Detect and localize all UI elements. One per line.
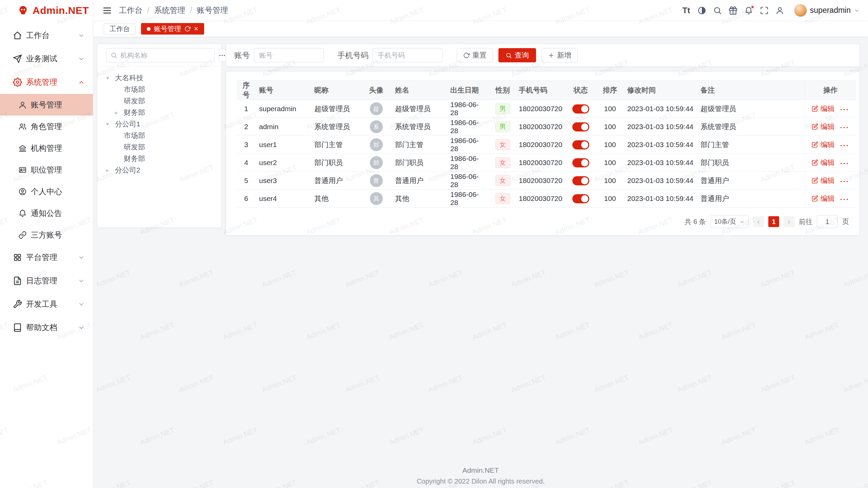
tree-node[interactable]: 研发部 [101, 95, 218, 107]
sidebar-item-personal-center[interactable]: 个人中心 [0, 181, 93, 202]
account-icon[interactable] [775, 6, 785, 15]
page-size-select[interactable]: 10条/页 [710, 215, 749, 228]
logo[interactable]: Admin.NET [0, 0, 93, 21]
sidebar-item-platform-management[interactable]: 平台管理 [0, 246, 93, 269]
edit-button[interactable]: 编辑 [812, 176, 835, 185]
chevron-down-icon [78, 32, 85, 39]
cell-gender: 女 [490, 136, 515, 154]
col-avatar: 头像 [361, 81, 392, 100]
tree-node[interactable]: ▾大名科技 [101, 72, 218, 84]
edit-button[interactable]: 编辑 [812, 158, 835, 167]
page-number-button[interactable]: 1 [768, 216, 779, 227]
more-actions-button[interactable]: ··· [840, 123, 849, 131]
filter-bar: 账号 手机号码 重置 查询 新增 [226, 44, 860, 67]
status-toggle[interactable] [572, 158, 589, 167]
edit-button[interactable]: 编辑 [812, 122, 835, 131]
sidebar-item-role-management[interactable]: 角色管理 [0, 116, 93, 137]
breadcrumb-item[interactable]: 工作台 [119, 5, 142, 16]
cell-account: user3 [256, 172, 311, 190]
cell-actions: 编辑··· [805, 190, 856, 208]
font-size-icon[interactable]: Tt [682, 6, 691, 15]
sidebar-item-help-docs[interactable]: 帮助文档 [0, 316, 93, 339]
sidebar-item-org-management[interactable]: 机构管理 [0, 137, 93, 159]
search-icon [111, 52, 117, 59]
tree-node[interactable]: 财务部 [101, 153, 218, 164]
sidebar-item-label: 通知公告 [31, 208, 62, 219]
refresh-icon[interactable] [184, 26, 191, 32]
cell-name: 部门主管 [392, 136, 447, 154]
position-icon [18, 166, 27, 174]
tab-account-management[interactable]: 账号管理 × [141, 23, 204, 35]
search-icon [506, 52, 512, 59]
sidebar-item-workbench[interactable]: 工作台 [0, 24, 93, 47]
status-toggle[interactable] [572, 194, 589, 203]
status-toggle[interactable] [572, 122, 589, 131]
reset-label: 重置 [472, 50, 487, 60]
chevron-down-icon [739, 219, 745, 224]
user-menu[interactable]: superadmin [794, 4, 860, 17]
caret-right-icon[interactable]: ▸ [115, 109, 124, 116]
home-icon [13, 31, 22, 40]
sidebar-item-system-management[interactable]: 系统管理 [0, 70, 93, 94]
plus-icon [548, 52, 554, 59]
theme-icon[interactable] [697, 6, 707, 15]
cell-remark: 超级管理员 [697, 100, 805, 118]
close-icon[interactable]: × [194, 25, 198, 33]
cell-birthdate: 1986-06-28 [447, 154, 490, 172]
more-actions-button[interactable]: ··· [840, 141, 849, 149]
caret-down-icon[interactable]: ▾ [106, 121, 115, 128]
tree-node-label: 研发部 [124, 142, 145, 152]
tree-node[interactable]: 市场部 [101, 130, 218, 141]
sidebar-item-log-management[interactable]: 日志管理 [0, 269, 93, 292]
sidebar-item-business-test[interactable]: 业务测试 [0, 47, 93, 70]
edit-button[interactable]: 编辑 [812, 194, 835, 203]
cell-phone: 18020030720 [515, 172, 565, 190]
edit-button[interactable]: 编辑 [812, 104, 835, 114]
search-button[interactable]: 查询 [498, 48, 536, 62]
breadcrumb-item[interactable]: 系统管理 [154, 5, 185, 16]
tab-workbench[interactable]: 工作台 [104, 23, 136, 35]
edit-button[interactable]: 编辑 [812, 140, 835, 149]
caret-down-icon[interactable]: ▾ [106, 75, 115, 82]
accounts-table: 序号 账号 昵称 头像 姓名 出生日期 性别 手机号码 状态 排序 修改时间 [237, 80, 856, 208]
sidebar-item-thirdparty-account[interactable]: 三方账号 [0, 224, 93, 246]
tree-node-label: 分公司1 [115, 119, 140, 129]
tree-node[interactable]: 研发部 [101, 141, 218, 153]
reset-button[interactable]: 重置 [457, 48, 493, 62]
bell-icon[interactable] [744, 6, 753, 15]
sidebar-item-dev-tools[interactable]: 开发工具 [0, 292, 93, 316]
tree-node-label: 分公司2 [115, 165, 140, 175]
status-toggle[interactable] [572, 104, 589, 114]
more-actions-button[interactable]: ··· [840, 195, 849, 203]
fullscreen-icon[interactable] [760, 6, 769, 15]
more-actions-button[interactable]: ··· [840, 177, 849, 185]
sidebar-item-position-management[interactable]: 职位管理 [0, 159, 93, 181]
sidebar-item-notice[interactable]: 通知公告 [0, 202, 93, 224]
phone-input[interactable] [373, 48, 442, 62]
sidebar-item-label: 系统管理 [26, 77, 57, 87]
org-more-button[interactable]: ··· [219, 49, 226, 62]
gift-icon[interactable] [728, 6, 738, 15]
sidebar-item-label: 个人中心 [31, 186, 62, 197]
status-toggle[interactable] [572, 140, 589, 149]
next-page-button[interactable]: › [784, 216, 794, 227]
status-toggle[interactable] [572, 176, 589, 185]
tree-node[interactable]: ▸分公司2 [101, 164, 218, 176]
org-search-input[interactable] [120, 52, 210, 59]
prev-page-button[interactable]: ‹ [753, 216, 764, 227]
tree-node[interactable]: 市场部 [101, 84, 218, 95]
table-header-row: 序号 账号 昵称 头像 姓名 出生日期 性别 手机号码 状态 排序 修改时间 [237, 81, 856, 100]
hamburger-icon[interactable] [102, 5, 112, 16]
more-actions-button[interactable]: ··· [840, 105, 849, 113]
chevron-down-icon [78, 301, 85, 308]
goto-page-input[interactable] [817, 215, 838, 228]
sidebar-item-account-management[interactable]: 账号管理 [0, 94, 93, 116]
tree-node[interactable]: ▾分公司1 [101, 118, 218, 130]
more-actions-button[interactable]: ··· [840, 159, 849, 167]
add-button[interactable]: 新增 [541, 48, 578, 62]
tabs-bar: 工作台 账号管理 × [93, 21, 868, 37]
tree-node[interactable]: ▸财务部 [101, 107, 218, 118]
caret-right-icon[interactable]: ▸ [106, 167, 115, 174]
account-input[interactable] [254, 48, 324, 62]
search-icon[interactable] [713, 6, 722, 15]
